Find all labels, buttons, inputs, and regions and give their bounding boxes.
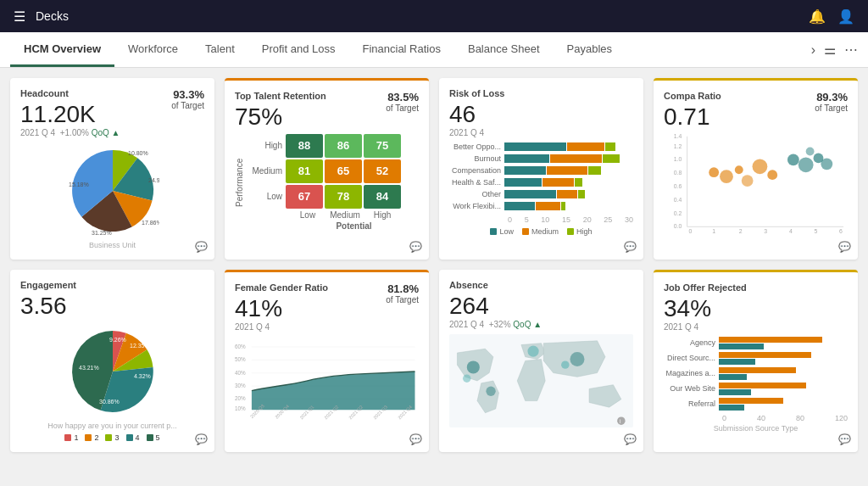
next-icon[interactable]: ›	[811, 42, 815, 58]
job-bar-label-magazines: Magazines a...	[664, 369, 719, 377]
top-talent-card: Top Talent Retention 83.5% of Target 75%…	[225, 78, 429, 260]
absence-card: Absence 264 2021 Q 4 +32% QoQ ▲	[439, 270, 643, 452]
matrix-cells-low: 67 78 84	[286, 185, 401, 209]
legend-1-label: 1	[74, 433, 78, 442]
job-offer-value: 34%	[664, 296, 848, 322]
matrix-x-label: Potential	[289, 221, 419, 231]
more-icon[interactable]: ⋯	[844, 42, 858, 58]
legend-2: 2	[85, 433, 98, 442]
compa-target: 89.3% of Target	[815, 91, 848, 113]
compa-target-label: of Target	[815, 103, 848, 113]
bar-label-6: Work Flexibi...	[449, 202, 504, 210]
legend-high-label: High	[576, 227, 593, 236]
bar-label-2: Burnout	[449, 154, 504, 163]
svg-text:1.4: 1.4	[674, 134, 682, 139]
tab-profit-loss[interactable]: Profit and Loss	[248, 32, 349, 67]
compa-comment-icon[interactable]: 💬	[838, 241, 851, 253]
bar-label-4: Health & Saf...	[449, 178, 504, 187]
svg-text:0: 0	[689, 228, 693, 234]
cell-hm: 86	[325, 134, 362, 158]
cell-mm: 65	[325, 159, 362, 183]
bar-label-1: Better Oppo...	[449, 142, 504, 151]
job-bar-referral: Referral	[664, 398, 848, 411]
topbar: ☰ Decks 🔔 👤	[0, 0, 868, 32]
legend-4: 4	[126, 433, 140, 442]
female-subtitle: 2021 Q 4	[235, 322, 419, 332]
engagement-comment-icon[interactable]: 💬	[195, 433, 208, 445]
svg-text:3: 3	[764, 228, 767, 234]
legend-high: High	[567, 227, 593, 236]
hamburger-icon[interactable]: ☰	[14, 8, 25, 25]
risk-x-20: 20	[583, 215, 592, 224]
bell-icon[interactable]: 🔔	[809, 8, 826, 25]
bar-row-6: Work Flexibi...	[449, 202, 633, 210]
matrix-row-low: Low 67 78 84	[248, 185, 419, 209]
headcount-subtitle: 2021 Q 4 +1.00% QoQ ▲	[20, 128, 204, 137]
tab-workforce[interactable]: Workforce	[114, 32, 192, 67]
svg-text:31.25%: 31.25%	[92, 230, 112, 236]
user-icon[interactable]: 👤	[837, 8, 854, 25]
svg-text:9.26%: 9.26%	[109, 337, 126, 343]
svg-point-28	[798, 157, 814, 172]
risk-x-10: 10	[541, 215, 549, 224]
risk-comment-icon[interactable]: 💬	[624, 241, 637, 253]
absence-map: i	[449, 334, 633, 427]
job-bar-website: Our Web Site	[664, 383, 848, 395]
svg-text:0.8: 0.8	[674, 170, 682, 176]
tab-talent[interactable]: Talent	[192, 32, 248, 67]
app-title: Decks	[36, 9, 809, 23]
legend-3-label: 3	[114, 433, 119, 442]
tab-financial-ratios[interactable]: Financial Ratios	[348, 32, 454, 67]
absence-comment-icon[interactable]: 💬	[624, 433, 637, 445]
risk-title: Risk of Loss	[449, 88, 633, 98]
job-bar-agency: Agency	[664, 337, 848, 349]
female-gender-card: Female Gender Ratio 81.8% of Target 41% …	[225, 270, 429, 452]
job-offer-comment-icon[interactable]: 💬	[838, 433, 851, 445]
cell-hl: 75	[364, 134, 401, 158]
svg-point-61	[570, 352, 584, 366]
absence-value: 264	[449, 293, 633, 320]
female-area-chart: 60% 50% 40% 30% 20% 10% 2020 Q3 2020 Q4 …	[235, 337, 419, 413]
svg-point-22	[720, 170, 733, 183]
top-talent-target: 83.5% of Target	[386, 91, 419, 113]
matrix-xlabel-low: Low	[289, 210, 326, 220]
svg-text:12.35%: 12.35%	[130, 343, 150, 349]
bar-track-5	[504, 190, 633, 198]
tab-balance-sheet[interactable]: Balance Sheet	[454, 32, 554, 67]
job-bar-track-agency	[719, 337, 848, 349]
topbar-icons: 🔔 👤	[809, 8, 854, 25]
svg-point-25	[753, 159, 768, 174]
svg-text:30%: 30%	[235, 383, 246, 388]
matrix-cells-high: 88 86 75	[286, 134, 401, 158]
svg-point-24	[742, 175, 754, 187]
compa-scatter: 0.0 0.2 0.4 0.6 0.8 1.0 1.2 1.4 0 1 2 3 …	[664, 134, 848, 227]
legend-medium: Medium	[522, 227, 559, 236]
headcount-pie: 10.80% 24.91% 17.86% 31.25% 15.18%	[20, 144, 204, 237]
svg-text:15.18%: 15.18%	[69, 182, 89, 187]
svg-text:4: 4	[789, 228, 793, 234]
headcount-footer: Business Unit	[20, 241, 204, 249]
bar-label-5: Other	[449, 190, 504, 198]
svg-text:30.86%: 30.86%	[99, 399, 120, 405]
headcount-target-label: of Target	[171, 101, 204, 110]
svg-point-59	[486, 386, 495, 395]
tab-payables[interactable]: Payables	[554, 32, 626, 67]
bar-track-6	[504, 202, 633, 210]
risk-x-30: 30	[625, 215, 633, 224]
legend-2-label: 2	[94, 433, 98, 442]
svg-text:17.86%: 17.86%	[142, 220, 159, 226]
top-talent-comment-icon[interactable]: 💬	[409, 241, 422, 253]
matrix-y-label: Performance	[235, 134, 244, 231]
top-talent-target-pct: 83.5%	[386, 91, 419, 103]
svg-text:10.80%: 10.80%	[128, 150, 148, 156]
matrix-row-label-low: Low	[248, 185, 286, 209]
filter-icon[interactable]: ⚌	[824, 42, 836, 58]
job-bar-track-referral	[719, 398, 848, 411]
tab-hcm-overview[interactable]: HCM Overview	[10, 32, 114, 67]
job-bar-track-magazines	[719, 367, 848, 380]
engagement-pie: 9.26% 12.35% 30.86% 43.21% 4.32%	[20, 325, 204, 418]
matrix-row-label-high: High	[248, 134, 286, 158]
matrix-inner: High 88 86 75 Medium 81 65 52	[248, 134, 419, 231]
female-comment-icon[interactable]: 💬	[409, 433, 422, 445]
headcount-comment-icon[interactable]: 💬	[195, 241, 208, 253]
